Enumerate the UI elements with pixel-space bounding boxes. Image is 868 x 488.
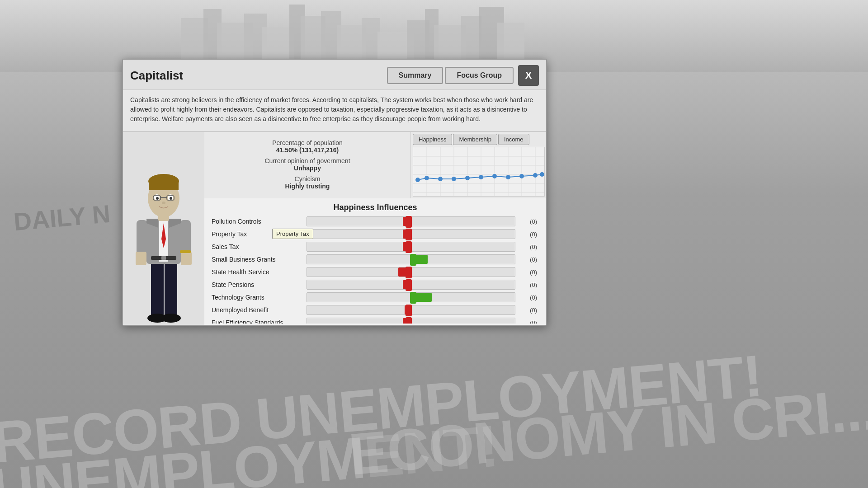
influence-value: (0) xyxy=(519,307,537,314)
graph-container xyxy=(413,147,545,197)
tab-buttons: Summary Focus Group xyxy=(387,67,514,84)
svg-point-62 xyxy=(415,178,420,182)
influence-name: Sales Tax xyxy=(212,243,307,250)
dialog-description: Capitalists are strong believers in the … xyxy=(123,90,546,132)
influence-value: (0) xyxy=(519,231,537,238)
svg-rect-36 xyxy=(149,181,179,190)
property-tax-tooltip: Property Tax xyxy=(272,229,313,239)
character-portrait xyxy=(127,149,200,325)
svg-point-71 xyxy=(533,173,538,178)
svg-rect-25 xyxy=(137,220,147,256)
stats-info: Percentage of population 41.50% (131,417… xyxy=(204,132,410,198)
graph-svg xyxy=(413,147,545,197)
dialog-content: Percentage of population 41.50% (131,417… xyxy=(123,132,546,325)
svg-rect-19 xyxy=(165,257,177,316)
influence-bar xyxy=(307,280,515,290)
cynicism-value: Highly trusting xyxy=(213,183,401,190)
svg-point-67 xyxy=(479,175,483,179)
svg-rect-26 xyxy=(136,252,146,265)
influence-bar xyxy=(307,229,515,239)
svg-point-39 xyxy=(156,197,159,200)
portrait-area xyxy=(123,132,204,325)
list-item: Sales Tax (0) xyxy=(204,240,544,253)
list-item: Pollution Controls (0) xyxy=(204,215,544,228)
graph-tabs: Happiness Membership Income xyxy=(413,134,544,145)
cynicism-row: Cynicism Highly trusting xyxy=(213,175,401,190)
list-item: Fuel Efficiency Standards (0) xyxy=(204,316,544,324)
influences-list[interactable]: Pollution Controls (0) Property Tax xyxy=(204,215,546,324)
influence-value: (0) xyxy=(519,218,537,225)
happiness-tab[interactable]: Happiness xyxy=(413,134,452,145)
influence-bar xyxy=(307,267,515,277)
list-item: State Health Service (0) xyxy=(204,266,544,278)
population-value: 41.50% (131,417,216) xyxy=(213,146,401,154)
svg-point-70 xyxy=(519,174,524,178)
list-item: Technology Grants (0) xyxy=(204,291,544,304)
dialog-title: Capitalist xyxy=(130,69,387,83)
svg-rect-18 xyxy=(151,257,164,316)
svg-point-69 xyxy=(506,175,510,179)
dialog-header: Capitalist Summary Focus Group X xyxy=(123,60,546,90)
stats-area: Percentage of population 41.50% (131,417… xyxy=(204,132,546,325)
influence-name: Technology Grants xyxy=(212,294,307,301)
influence-bar xyxy=(307,254,515,264)
svg-point-72 xyxy=(540,172,544,177)
influence-bar xyxy=(307,216,515,226)
svg-point-63 xyxy=(425,176,429,180)
influence-name: State Health Service xyxy=(212,268,307,276)
influence-value: (0) xyxy=(519,269,537,276)
influence-name: Fuel Efficiency Standards xyxy=(212,319,307,324)
svg-rect-47 xyxy=(180,250,191,253)
summary-tab[interactable]: Summary xyxy=(387,67,443,84)
influence-name: Unemployed Benefit xyxy=(212,306,307,314)
influence-value: (0) xyxy=(519,244,537,250)
focus-group-tab[interactable]: Focus Group xyxy=(445,67,514,84)
svg-point-44 xyxy=(162,202,165,204)
svg-point-66 xyxy=(465,176,470,180)
svg-point-65 xyxy=(452,177,456,181)
list-item: Unemployed Benefit (0) xyxy=(204,304,544,316)
influence-bar xyxy=(307,242,515,252)
membership-tab[interactable]: Membership xyxy=(453,134,497,145)
svg-rect-46 xyxy=(161,256,166,260)
svg-point-21 xyxy=(161,314,181,323)
list-item: Property Tax (0) Property Tax xyxy=(204,228,544,240)
influence-bar xyxy=(307,305,515,315)
svg-rect-28 xyxy=(181,252,192,265)
influence-value: (0) xyxy=(519,256,537,263)
graph-area: Happiness Membership Income xyxy=(410,132,546,198)
influence-name: Pollution Controls xyxy=(212,218,307,225)
influences-area: Happiness Influences Pollution Controls … xyxy=(204,198,546,325)
influence-value: (0) xyxy=(519,282,537,288)
influence-bar xyxy=(307,292,515,302)
list-item: State Pensions (0) xyxy=(204,278,544,291)
stats-top: Percentage of population 41.50% (131,417… xyxy=(204,132,546,198)
cynicism-label: Cynicism xyxy=(213,175,401,183)
influence-value: (0) xyxy=(519,319,537,324)
influence-bar xyxy=(307,318,515,324)
close-button[interactable]: X xyxy=(518,65,539,86)
news-header-1: DAILY N xyxy=(13,199,112,236)
influence-name: Small Business Grants xyxy=(212,256,307,263)
svg-point-68 xyxy=(492,174,497,178)
main-dialog: Capitalist Summary Focus Group X Capital… xyxy=(122,59,547,326)
svg-point-40 xyxy=(170,197,172,200)
opinion-value: Unhappy xyxy=(213,164,401,172)
population-row: Percentage of population 41.50% (131,417… xyxy=(213,139,401,154)
influence-value: (0) xyxy=(519,294,537,301)
influence-name: State Pensions xyxy=(212,281,307,288)
influences-title: Happiness Influences xyxy=(204,198,546,215)
income-tab[interactable]: Income xyxy=(498,134,529,145)
svg-point-64 xyxy=(438,177,443,181)
list-item: Small Business Grants (0) xyxy=(204,253,544,266)
population-label: Percentage of population xyxy=(213,139,401,146)
opinion-label: Current opinion of government xyxy=(213,157,401,164)
opinion-row: Current opinion of government Unhappy xyxy=(213,157,401,172)
